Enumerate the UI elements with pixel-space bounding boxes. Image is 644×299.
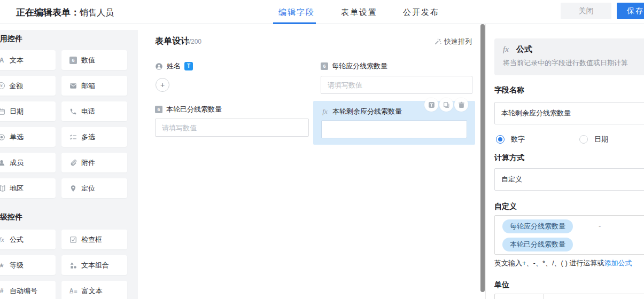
number-icon: 6 [69, 57, 77, 64]
title-action-icon [428, 101, 435, 108]
text-icon: A [0, 57, 5, 64]
formula-token[interactable]: 每轮应分线索数量 [502, 219, 573, 233]
control-label: 日期 [10, 107, 24, 116]
section-title-common-controls: 常用控件 [0, 34, 22, 44]
formula-token[interactable]: 本轮已分线索数量 [502, 238, 573, 251]
control-label: 邮箱 [81, 81, 95, 91]
page-title: 正在编辑表单：销售人员 [16, 6, 114, 19]
control-attachment[interactable]: 附件 [61, 153, 127, 172]
field-assigned-label-row[interactable]: 6 本轮已分线索数量 [155, 105, 222, 114]
tab-public-publish[interactable]: 公开发布 [403, 7, 439, 18]
control-label: 富文本 [82, 286, 103, 296]
control-rich-text[interactable]: A≡ 富文本 [61, 281, 127, 299]
control-text[interactable]: A 文本 [0, 50, 56, 70]
control-text-combo[interactable]: 文本组合 [61, 255, 127, 275]
control-number[interactable]: 6 数值 [61, 50, 127, 70]
control-location[interactable]: 定位 [61, 178, 127, 198]
single-select-icon [0, 133, 5, 141]
person-icon [155, 62, 163, 70]
form-name: 销售人员 [80, 8, 114, 17]
vertical-scrollbar[interactable] [480, 24, 485, 292]
control-multi-select[interactable]: 多选 [61, 127, 127, 147]
field-name-input[interactable] [494, 102, 644, 124]
control-checkbox[interactable]: 检查框 [61, 230, 127, 249]
formula-hint: 英文输入+、-、*、/、( ) 进行运算或添加公式 [494, 258, 632, 268]
copy-icon [443, 101, 450, 108]
field-label: 本轮剩余应分线索数量 [332, 107, 402, 116]
avatar-add-button[interactable]: + [156, 78, 169, 92]
date-icon [0, 108, 5, 115]
header: 正在编辑表单：销售人员 编辑字段 表单设置 公开发布 关闭 保存 [0, 0, 644, 24]
control-label: 检查框 [81, 235, 102, 245]
custom-formula-label: 自定义 [494, 202, 517, 211]
radio-selected-icon[interactable] [496, 135, 505, 144]
rating-icon: ★ [0, 262, 5, 269]
formula-icon: fx [503, 45, 509, 54]
tab-edit-fields[interactable]: 编辑字段 [278, 7, 315, 18]
control-label: 地区 [10, 184, 24, 193]
field-type-title: 公式 [516, 44, 532, 54]
control-formula[interactable]: fx 公式 [0, 230, 56, 249]
control-email[interactable]: 邮箱 [61, 76, 127, 96]
control-member[interactable]: 成员 [0, 153, 56, 172]
unit-input-group[interactable] [494, 294, 644, 299]
member-icon [0, 159, 5, 167]
control-region[interactable]: 地区 [0, 178, 56, 198]
radio-date-option[interactable]: 日期 [579, 135, 608, 144]
control-label: 附件 [81, 158, 95, 168]
page-title-prefix: 正在编辑表单： [16, 7, 80, 18]
save-button[interactable]: 保存 [617, 3, 644, 19]
quota-input[interactable] [321, 76, 472, 94]
title-field-badge: T [184, 62, 193, 70]
assigned-input[interactable] [155, 119, 309, 137]
unit-group-divider [544, 294, 544, 299]
control-single-select[interactable]: 单选 [0, 127, 56, 147]
control-date[interactable]: 日期 [0, 101, 56, 121]
add-formula-link[interactable]: 添加公式 [604, 259, 632, 267]
control-label: 公式 [10, 235, 24, 245]
trash-icon [458, 101, 465, 108]
radio-number-label: 数字 [511, 135, 525, 144]
quick-arrange-label: 快速排列 [444, 37, 472, 46]
rich-text-icon: A≡ [69, 288, 77, 294]
field-label: 每轮应分线索数量 [332, 61, 387, 71]
magic-wand-icon [434, 38, 441, 45]
close-button[interactable]: 关闭 [561, 3, 611, 19]
formula-icon: fx [321, 107, 329, 116]
field-name-label-row[interactable]: 姓名 T [155, 62, 193, 70]
section-title-advanced-controls: 高级控件 [0, 213, 22, 222]
multi-select-icon [69, 133, 77, 141]
number-icon: 6 [155, 106, 162, 113]
calc-method-select[interactable]: 自定义 [494, 168, 644, 191]
radio-number-option[interactable]: 数字 [496, 135, 525, 144]
formula-icon: fx [0, 235, 5, 244]
set-title-field-button[interactable] [424, 98, 438, 112]
unit-label: 单位 [494, 280, 509, 290]
text-combo-icon [69, 262, 77, 269]
checkbox-icon [69, 236, 77, 243]
field-quota-label-row[interactable]: 6 每轮应分线索数量 [321, 62, 387, 70]
control-label: 等级 [10, 261, 24, 270]
number-icon: 6 [321, 62, 328, 70]
tab-form-settings[interactable]: 表单设置 [341, 7, 377, 18]
field-label: 本轮已分线索数量 [166, 105, 222, 114]
quick-arrange-button[interactable]: 快速排列 [434, 37, 472, 46]
hint-text: 英文输入+、-、*、/、( ) 进行运算或 [494, 259, 604, 267]
formula-operator: - [599, 222, 601, 230]
control-label: 电话 [81, 107, 95, 116]
field-count: 4/200 [185, 38, 201, 45]
control-amount[interactable]: ¥ 金额 [0, 76, 56, 96]
calc-method-label: 计算方式 [494, 153, 524, 163]
control-label: 金额 [9, 81, 23, 91]
delete-field-button[interactable] [454, 98, 468, 112]
control-phone[interactable]: 电话 [61, 101, 127, 121]
control-label: 多选 [81, 132, 95, 142]
remaining-input[interactable] [321, 120, 467, 138]
amount-icon: ¥ [0, 82, 5, 89]
auto-number-icon: # [0, 287, 5, 295]
copy-field-button[interactable] [439, 98, 453, 112]
radio-date-label: 日期 [594, 135, 608, 144]
control-rating[interactable]: ★ 等级 [0, 255, 56, 275]
control-auto-number[interactable]: # 自动编号 [0, 281, 56, 299]
radio-unselected-icon[interactable] [579, 135, 588, 144]
